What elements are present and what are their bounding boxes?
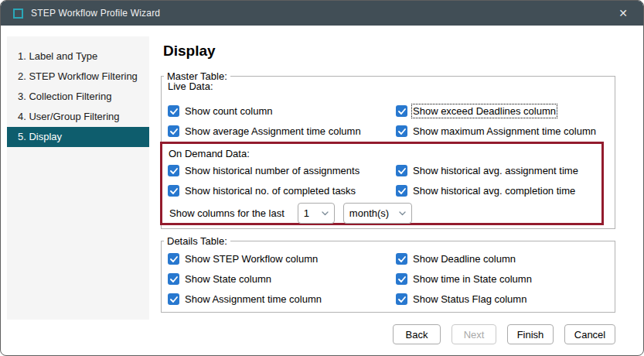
close-icon[interactable]: ✕ [608, 1, 639, 26]
show-columns-label: Show columns for the last [169, 207, 285, 219]
checkbox-checked-icon [168, 185, 179, 197]
finish-button[interactable]: Finish [507, 324, 554, 344]
checkbox-checked-icon [168, 125, 179, 137]
columns-unit-select[interactable]: month(s) [343, 203, 412, 224]
chevron-down-icon [322, 211, 329, 216]
checkbox-checked-icon [396, 253, 407, 265]
columns-count-select[interactable]: 1 [298, 203, 335, 224]
checkbox-show-historical-avg-assignment-time[interactable]: Show historical avg. assignment time [396, 165, 605, 176]
chevron-down-icon [399, 211, 406, 216]
checkbox-checked-icon [396, 185, 407, 197]
checkbox-show-time-in-state-column[interactable]: Show time in State column [396, 273, 605, 285]
checkbox-show-count-column[interactable]: Show count column [168, 105, 396, 117]
checkbox-show-historical-no-of-completed-tasks[interactable]: Show historical no. of completed tasks [168, 185, 396, 197]
checkbox-checked-icon [168, 273, 179, 285]
checkbox-show-historical-avg-completion-time[interactable]: Show historical avg. completion time [396, 185, 605, 197]
columns-count-value: 1 [304, 207, 309, 219]
checkbox-checked-icon [168, 293, 179, 305]
checkbox-show-step-workflow-column[interactable]: Show STEP Workflow column [168, 253, 396, 265]
columns-unit-value: month(s) [349, 207, 389, 219]
checkbox-checked-icon [396, 165, 407, 176]
checkbox-show-maximum-assignment-time-column[interactable]: Show maximum Assignment time column [396, 125, 605, 137]
wizard-steps-sidebar: 1. Label and Type 2. STEP Workflow Filte… [7, 36, 149, 320]
details-checkbox-grid: Show STEP Workflow column Show Deadline … [168, 253, 605, 305]
live-data-checkbox-grid: Show count column Show exceed Deadlines … [168, 105, 605, 137]
checkbox-checked-icon [396, 293, 407, 305]
checkbox-show-state-column[interactable]: Show State column [168, 273, 396, 285]
checkbox-checked-icon [168, 253, 179, 265]
sidebar-item-step-workflow-filtering[interactable]: 2. STEP Workflow Filtering [7, 67, 149, 87]
checkbox-show-exceed-deadlines-column[interactable]: Show exceed Deadlines column [396, 105, 605, 117]
checkbox-checked-icon [396, 273, 407, 285]
sidebar-item-display[interactable]: 5. Display [7, 127, 149, 147]
checkbox-show-assignment-time-column[interactable]: Show Assignment time column [168, 293, 396, 305]
checkbox-show-historical-number-of-assignments[interactable]: Show historical number of assignments [168, 165, 396, 176]
master-table-legend: Master Table: [164, 70, 230, 82]
on-demand-checkbox-grid: Show historical number of assignments Sh… [168, 165, 605, 197]
cancel-button[interactable]: Cancel [564, 324, 615, 344]
back-button[interactable]: Back [393, 324, 441, 344]
checkbox-show-deadline-column[interactable]: Show Deadline column [396, 253, 605, 265]
app-icon [13, 9, 23, 19]
checkbox-checked-icon [396, 105, 407, 117]
wizard-footer: Back Next Finish Cancel [393, 324, 615, 344]
checkbox-show-average-assignment-time-column[interactable]: Show average Assignment time column [168, 125, 396, 137]
checkbox-checked-icon [168, 165, 179, 176]
sidebar-item-label-and-type[interactable]: 1. Label and Type [7, 46, 149, 67]
live-data-label: Live Data: [168, 80, 213, 92]
checkbox-checked-icon [168, 105, 179, 117]
next-button: Next [451, 324, 496, 344]
sidebar-item-user-group-filtering[interactable]: 4. User/Group Filtering [7, 107, 149, 127]
wizard-dialog: STEP Workflow Profile Wizard ✕ 1. Label … [0, 0, 644, 356]
checkbox-checked-icon [396, 125, 407, 137]
sidebar-item-collection-filtering[interactable]: 3. Collection Filtering [7, 87, 149, 107]
details-table-legend: Details Table: [164, 235, 230, 247]
titlebar: STEP Workflow Profile Wizard ✕ [1, 1, 643, 26]
window-title: STEP Workflow Profile Wizard [31, 8, 160, 19]
show-columns-row: Show columns for the last 1 month(s) [169, 203, 412, 224]
checkbox-show-status-flag-column[interactable]: Show Status Flag column [396, 293, 605, 305]
page-title: Display [163, 43, 216, 60]
